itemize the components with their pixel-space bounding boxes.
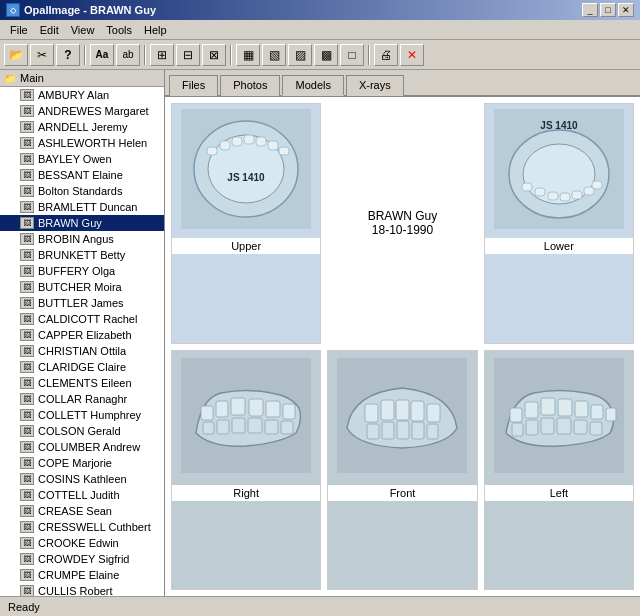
tab-files[interactable]: Files — [169, 75, 218, 96]
sidebar-header: 📁 Main — [0, 70, 164, 87]
grid2-button[interactable]: ⊟ — [176, 44, 200, 66]
patient-name: CROWDEY Sigfrid — [38, 553, 129, 565]
patient-item[interactable]: 🖼 BROBIN Angus — [0, 231, 164, 247]
patient-name: CROOKE Edwin — [38, 537, 119, 549]
patient-item[interactable]: 🖼 CRUMPE Elaine — [0, 567, 164, 583]
patient-item[interactable]: 🖼 COLLETT Humphrey — [0, 407, 164, 423]
open-folder-button[interactable]: 📂 — [4, 44, 28, 66]
patient-item[interactable]: 🖼 ARNDELL Jeremy — [0, 119, 164, 135]
patient-item[interactable]: 🖼 BESSANT Elaine — [0, 167, 164, 183]
menu-view[interactable]: View — [65, 22, 101, 38]
patient-item[interactable]: 🖼 CROWDEY Sigfrid — [0, 551, 164, 567]
svg-rect-53 — [606, 408, 616, 421]
patient-item[interactable]: 🖼 BRUNKETT Betty — [0, 247, 164, 263]
patient-item[interactable]: 🖼 BRAMLETT Duncan — [0, 199, 164, 215]
patient-item-cope[interactable]: 🖼 COPE Marjorie — [0, 455, 164, 471]
svg-rect-47 — [510, 408, 522, 422]
img1-button[interactable]: ▦ — [236, 44, 260, 66]
minimize-button[interactable]: _ — [582, 3, 598, 17]
tab-models[interactable]: Models — [282, 75, 343, 96]
menu-tools[interactable]: Tools — [100, 22, 138, 38]
svg-rect-5 — [232, 137, 242, 146]
svg-rect-28 — [283, 404, 295, 419]
sidebar[interactable]: 📁 Main 🖼 AMBURY Alan 🖼 ANDREWES Margaret… — [0, 70, 165, 596]
sep3 — [230, 45, 232, 65]
text-lower-button[interactable]: ab — [116, 44, 140, 66]
svg-rect-9 — [279, 147, 289, 155]
close-button[interactable]: ✕ — [618, 3, 634, 17]
patient-item[interactable]: 🖼 COSINS Kathleen — [0, 471, 164, 487]
patient-item[interactable]: 🖼 CRESSWELL Cuthbert — [0, 519, 164, 535]
patient-item[interactable]: 🖼 Bolton Standards — [0, 183, 164, 199]
patient-icon: 🖼 — [20, 201, 34, 213]
cut-button[interactable]: ✂ — [30, 44, 54, 66]
svg-rect-40 — [427, 404, 440, 422]
patient-item[interactable]: 🖼 COLUMBER Andrew — [0, 439, 164, 455]
maximize-button[interactable]: □ — [600, 3, 616, 17]
status-bar: Ready — [0, 596, 640, 616]
svg-rect-26 — [249, 399, 263, 416]
patient-item-brawn[interactable]: 🖼 BRAWN Guy — [0, 215, 164, 231]
patient-icon: 🖼 — [20, 233, 34, 245]
svg-rect-37 — [381, 400, 394, 420]
svg-rect-34 — [281, 421, 293, 434]
patient-item[interactable]: 🖼 CAPPER Elizabeth — [0, 327, 164, 343]
svg-rect-29 — [203, 422, 214, 434]
patient-item[interactable]: 🖼 COLLAR Ranaghr — [0, 391, 164, 407]
grid3-button[interactable]: ⊠ — [202, 44, 226, 66]
tabs-bar: Files Photos Models X-rays — [165, 70, 640, 97]
text-upper-button[interactable]: Aa — [90, 44, 114, 66]
tab-xrays[interactable]: X-rays — [346, 75, 404, 96]
patient-item[interactable]: 🖼 BUTTLER James — [0, 295, 164, 311]
patient-item[interactable]: 🖼 CALDICOTT Rachel — [0, 311, 164, 327]
patient-icon: 🖼 — [20, 329, 34, 341]
menu-help[interactable]: Help — [138, 22, 173, 38]
svg-rect-6 — [244, 135, 254, 144]
patient-item[interactable]: 🖼 COLSON Gerald — [0, 423, 164, 439]
menu-edit[interactable]: Edit — [34, 22, 65, 38]
patient-icon: 🖼 — [20, 169, 34, 181]
patient-item[interactable]: 🖼 ANDREWES Margaret — [0, 103, 164, 119]
patient-item[interactable]: 🖼 CREASE Sean — [0, 503, 164, 519]
patient-icon: 🖼 — [20, 505, 34, 517]
svg-rect-27 — [266, 401, 280, 417]
patient-icon: 🖼 — [20, 425, 34, 437]
print-button[interactable]: 🖨 — [374, 44, 398, 66]
patient-item[interactable]: 🖼 BUTCHER Moira — [0, 279, 164, 295]
patient-item[interactable]: 🖼 AMBURY Alan — [0, 87, 164, 103]
img5-button[interactable]: □ — [340, 44, 364, 66]
patient-item[interactable]: 🖼 CROOKE Edwin — [0, 535, 164, 551]
model-lower-container: JS 1410 Lower — [484, 103, 634, 344]
menu-file[interactable]: File — [4, 22, 34, 38]
model-left-label: Left — [485, 485, 633, 501]
img3-button[interactable]: ▨ — [288, 44, 312, 66]
patient-item[interactable]: 🖼 ASHLEWORTH Helen — [0, 135, 164, 151]
patient-icon: 🖼 — [20, 153, 34, 165]
patient-item[interactable]: 🖼 CLEMENTS Eileen — [0, 375, 164, 391]
patient-item[interactable]: 🖼 BUFFERY Olga — [0, 263, 164, 279]
patient-name: CLARIDGE Claire — [38, 361, 126, 373]
delete-button[interactable]: ✕ — [400, 44, 424, 66]
img2-button[interactable]: ▧ — [262, 44, 286, 66]
svg-rect-49 — [541, 398, 555, 415]
img4-button[interactable]: ▩ — [314, 44, 338, 66]
svg-rect-56 — [541, 418, 554, 434]
patient-name: COLUMBER Andrew — [38, 441, 140, 453]
patient-name: COLLAR Ranaghr — [38, 393, 127, 405]
patient-icon: 🖼 — [20, 537, 34, 549]
svg-rect-57 — [557, 418, 571, 434]
tab-photos[interactable]: Photos — [220, 75, 280, 96]
grid1-button[interactable]: ⊞ — [150, 44, 174, 66]
patient-item[interactable]: 🖼 CULLIS Robert — [0, 583, 164, 596]
patient-item[interactable]: 🖼 CLARIDGE Claire — [0, 359, 164, 375]
patient-item[interactable]: 🖼 BAYLEY Owen — [0, 151, 164, 167]
svg-rect-3 — [207, 147, 217, 155]
patient-item[interactable]: 🖼 CHRISTIAN Ottila — [0, 343, 164, 359]
patient-name: BUTCHER Moira — [38, 281, 122, 293]
patient-icon: 🖼 — [20, 553, 34, 565]
patient-info: BRAWN Guy 18-10-1990 — [327, 103, 477, 344]
patient-icon: 🖼 — [20, 313, 34, 325]
model-upper-label: Upper — [172, 238, 320, 254]
patient-item[interactable]: 🖼 COTTELL Judith — [0, 487, 164, 503]
help-button[interactable]: ? — [56, 44, 80, 66]
